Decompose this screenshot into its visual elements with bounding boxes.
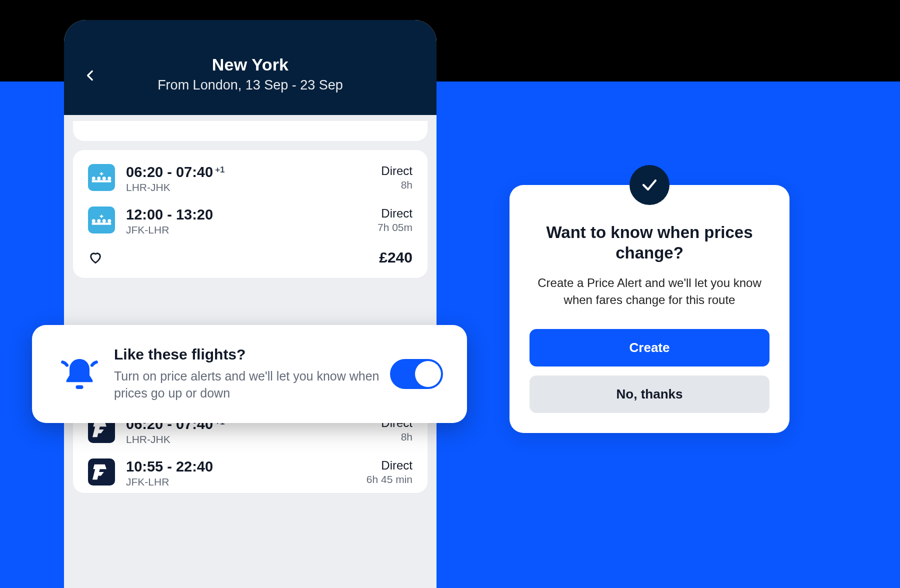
heart-icon — [88, 250, 103, 264]
leg-plus-days: +1 — [215, 165, 224, 175]
flight-card[interactable]: 06:20 - 07:40+1 LHR-JHK Direct 8h — [73, 150, 428, 278]
svg-point-4 — [102, 176, 106, 180]
svg-point-2 — [92, 176, 96, 180]
leg-duration: 7h 05m — [378, 222, 412, 234]
svg-point-5 — [108, 176, 111, 180]
bell-icon — [56, 354, 103, 394]
airline-f-icon — [92, 420, 111, 439]
save-flight-button[interactable] — [88, 250, 103, 264]
leg-duration: 6h 45 min — [366, 474, 412, 486]
check-icon — [640, 176, 658, 194]
leg-route: JFK-LHR — [126, 224, 378, 236]
back-button[interactable] — [84, 69, 97, 82]
airline-logo — [88, 206, 115, 234]
svg-point-9 — [92, 219, 96, 222]
leg-stops: Direct — [381, 164, 412, 178]
price-alert-prompt: Like these flights? Turn on price alerts… — [32, 325, 467, 423]
leg-route: LHR-JHK — [126, 434, 381, 446]
leg-duration: 8h — [381, 431, 412, 443]
flight-leg: 06:20 - 07:40+1 LHR-JHK Direct 8h — [88, 164, 412, 194]
flights-list: 06:20 - 07:40+1 LHR-JHK Direct 8h — [64, 115, 436, 493]
crown-icon — [91, 172, 112, 183]
header-destination: New York — [79, 55, 422, 74]
leg-times: 12:00 - 13:20 — [126, 206, 213, 223]
flights-header: New York From London, 13 Sep - 23 Sep — [64, 20, 436, 115]
svg-point-12 — [108, 219, 111, 222]
toggle-knob — [415, 361, 441, 387]
header-subtitle: From London, 13 Sep - 23 Sep — [79, 78, 422, 93]
svg-point-11 — [102, 219, 106, 222]
leg-route: JFK-LHR — [126, 476, 366, 488]
chevron-left-icon — [84, 69, 97, 82]
price-alert-popup: Want to know when prices change? Create … — [510, 185, 790, 433]
leg-times: 10:55 - 22:40 — [126, 458, 213, 475]
svg-point-3 — [97, 176, 100, 180]
flight-leg: 10:55 - 22:40 JFK-LHR Direct 6h 45 min — [88, 458, 412, 488]
airline-logo — [88, 164, 115, 191]
svg-point-10 — [97, 219, 100, 222]
create-button[interactable]: Create — [530, 329, 770, 366]
alert-prompt-title: Like these flights? — [114, 346, 380, 363]
popup-desc: Create a Price Alert and we'll let you k… — [530, 274, 770, 310]
phone-frame: New York From London, 13 Sep - 23 Sep — [64, 20, 436, 588]
leg-stops: Direct — [378, 206, 412, 220]
leg-times: 06:20 - 07:40 — [126, 164, 213, 180]
flight-leg: 12:00 - 13:20 JFK-LHR Direct 7h 05m — [88, 206, 412, 236]
svg-rect-6 — [92, 180, 112, 182]
svg-rect-14 — [76, 385, 84, 389]
leg-stops: Direct — [366, 458, 412, 472]
alert-prompt-desc: Turn on price alerts and we'll let you k… — [114, 368, 380, 402]
check-badge — [630, 165, 670, 205]
leg-duration: 8h — [381, 179, 412, 191]
svg-rect-13 — [92, 222, 112, 224]
flight-price: £240 — [379, 249, 412, 266]
price-alert-toggle[interactable] — [390, 359, 443, 389]
leg-route: LHR-JHK — [126, 182, 381, 194]
no-thanks-button[interactable]: No, thanks — [530, 376, 770, 413]
crown-icon — [91, 214, 112, 226]
airline-logo — [88, 458, 115, 486]
airline-f-icon — [92, 462, 111, 482]
popup-title: Want to know when prices change? — [530, 222, 770, 264]
flight-card-partial[interactable] — [73, 121, 428, 141]
